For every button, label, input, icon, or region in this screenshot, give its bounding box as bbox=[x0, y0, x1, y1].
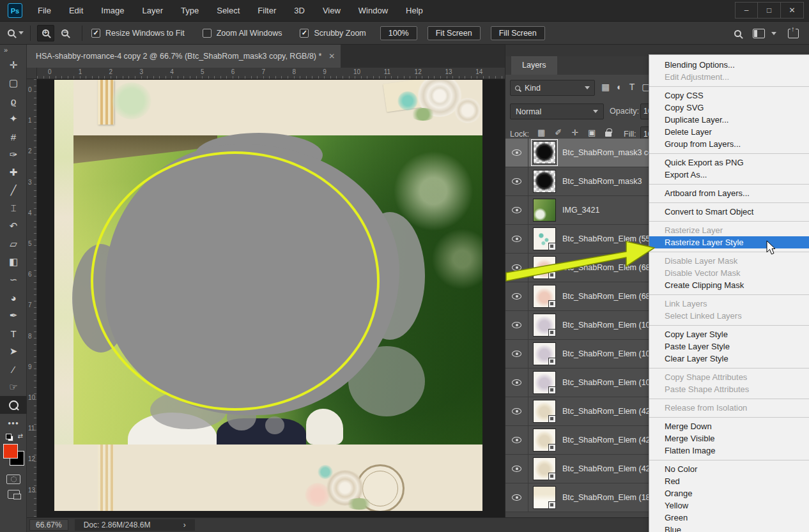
context-menu-item-duplicate-layer[interactable]: Duplicate Layer... bbox=[649, 114, 809, 126]
layer-thumbnail[interactable] bbox=[528, 400, 556, 423]
foreground-background-swatches[interactable] bbox=[0, 442, 27, 471]
brush-tool[interactable]: ╱ bbox=[0, 181, 27, 199]
layer-visibility-toggle[interactable] bbox=[505, 167, 528, 196]
document-size-info[interactable]: Doc: 2.86M/248.6M › bbox=[75, 519, 195, 531]
paint-bucket-tool[interactable]: ◧ bbox=[0, 253, 27, 271]
chevron-down-icon[interactable] bbox=[19, 31, 24, 34]
context-menu-item-paste-layer-style[interactable]: Paste Layer Style bbox=[649, 340, 809, 353]
lock-position-icon[interactable]: ✛ bbox=[571, 128, 578, 137]
rectangular-marquee-tool[interactable]: ▢ bbox=[0, 74, 27, 92]
maximize-button[interactable]: □ bbox=[758, 2, 781, 19]
canvas-pasteboard[interactable] bbox=[37, 79, 505, 517]
zoom-level-field[interactable]: 66.67% bbox=[29, 519, 68, 531]
context-menu-item-red[interactable]: Red bbox=[649, 475, 809, 487]
layer-thumbnail[interactable] bbox=[528, 371, 556, 394]
menubar-item-type[interactable]: Type bbox=[172, 0, 208, 21]
context-menu-item-copy-svg[interactable]: Copy SVG bbox=[649, 102, 809, 114]
move-tool[interactable]: ✛ bbox=[0, 56, 27, 74]
menubar-item-3d[interactable]: 3D bbox=[285, 0, 314, 21]
context-menu-item-rasterize-layer-style[interactable]: Rasterize Layer Style bbox=[649, 236, 809, 248]
context-menu-item-merge-visible[interactable]: Merge Visible bbox=[649, 432, 809, 445]
lock-paint-icon[interactable]: ✐ bbox=[555, 128, 562, 137]
layer-thumbnail[interactable] bbox=[528, 285, 556, 308]
checkbox-icon[interactable] bbox=[300, 29, 309, 38]
layer-visibility-toggle[interactable] bbox=[505, 369, 528, 397]
search-icon[interactable] bbox=[734, 30, 741, 37]
hand-tool[interactable]: ☞ bbox=[0, 378, 27, 396]
menubar-item-edit[interactable]: Edit bbox=[60, 0, 92, 21]
context-menu-item-artboard-from-layers[interactable]: Artboard from Layers... bbox=[649, 187, 809, 199]
menubar-item-layer[interactable]: Layer bbox=[134, 0, 173, 21]
option-button-100[interactable]: 100% bbox=[380, 26, 417, 40]
zoom-out-button[interactable] bbox=[56, 25, 73, 42]
layer-visibility-toggle[interactable] bbox=[505, 225, 528, 254]
layer-thumbnail[interactable] bbox=[528, 256, 556, 279]
layer-visibility-toggle[interactable] bbox=[505, 483, 528, 512]
line-tool[interactable]: ∕ bbox=[0, 360, 27, 378]
path-selection-tool[interactable]: ➤ bbox=[0, 342, 27, 360]
spot-healing-brush-tool[interactable]: ✚ bbox=[0, 163, 27, 181]
horizontal-ruler[interactable]: 01234567891011121314 bbox=[37, 68, 505, 79]
option-button-fill-screen[interactable]: Fill Screen bbox=[491, 26, 545, 40]
context-menu-item-orange[interactable]: Orange bbox=[649, 487, 809, 499]
pen-tool[interactable]: ✒ bbox=[0, 307, 27, 324]
lock-artboard-icon[interactable]: ▣ bbox=[588, 128, 596, 137]
context-menu-item-merge-down[interactable]: Merge Down bbox=[649, 420, 809, 432]
document-tab[interactable]: HSA-shabby-romance-4 copy 2 @ 66.7% (Btc… bbox=[27, 45, 341, 68]
zoom-tool[interactable] bbox=[0, 396, 27, 414]
layer-thumbnail[interactable] bbox=[528, 342, 556, 365]
menubar-item-help[interactable]: Help bbox=[397, 0, 432, 21]
menubar-item-file[interactable]: File bbox=[29, 0, 60, 21]
layer-thumbnail[interactable] bbox=[528, 170, 556, 193]
layer-visibility-toggle[interactable] bbox=[505, 397, 528, 426]
context-menu-item-group-from-layers[interactable]: Group from Layers... bbox=[649, 138, 809, 150]
context-menu-item-blue[interactable]: Blue bbox=[649, 524, 809, 532]
lock-all-icon[interactable] bbox=[605, 132, 612, 137]
context-menu-item-blending-options[interactable]: Blending Options... bbox=[649, 59, 809, 71]
layer-visibility-toggle[interactable] bbox=[505, 426, 528, 455]
layer-visibility-toggle[interactable] bbox=[505, 282, 528, 311]
context-menu-item-delete-layer[interactable]: Delete Layer bbox=[649, 126, 809, 138]
vertical-ruler[interactable]: 012345678910111213 bbox=[27, 79, 37, 517]
eyedropper-tool[interactable]: ✑ bbox=[0, 146, 27, 163]
dodge-tool[interactable]: ◕ bbox=[0, 289, 27, 307]
layer-visibility-toggle[interactable] bbox=[505, 340, 528, 369]
layer-thumbnail[interactable] bbox=[528, 199, 556, 222]
layer-visibility-toggle[interactable] bbox=[505, 254, 528, 282]
zoom-tool-icon[interactable] bbox=[8, 29, 15, 36]
layer-visibility-toggle[interactable] bbox=[505, 139, 528, 167]
context-menu-item-yellow[interactable]: Yellow bbox=[649, 499, 809, 512]
workspace-switcher[interactable] bbox=[753, 29, 776, 38]
layer-thumbnail[interactable] bbox=[528, 457, 556, 480]
menubar-item-view[interactable]: View bbox=[314, 0, 350, 21]
menubar-item-image[interactable]: Image bbox=[92, 0, 133, 21]
filter-adjustment-layers-icon[interactable]: ◐ bbox=[617, 82, 622, 92]
context-menu-item-create-clipping-mask[interactable]: Create Clipping Mask bbox=[649, 279, 809, 291]
context-menu-item-convert-to-smart-object[interactable]: Convert to Smart Object bbox=[649, 206, 809, 218]
context-menu-item-green[interactable]: Green bbox=[649, 512, 809, 524]
menubar-item-select[interactable]: Select bbox=[208, 0, 249, 21]
close-button[interactable]: ✕ bbox=[781, 2, 804, 19]
minimize-button[interactable]: – bbox=[735, 2, 758, 19]
option-checkbox-zoom-all-windows[interactable]: Zoom All Windows bbox=[203, 29, 282, 38]
context-menu-item-copy-css[interactable]: Copy CSS bbox=[649, 89, 809, 102]
document-canvas[interactable] bbox=[54, 80, 482, 511]
menubar-item-window[interactable]: Window bbox=[350, 0, 397, 21]
default-swap-colors-icon[interactable] bbox=[0, 432, 27, 442]
layers-panel-tab[interactable]: Layers bbox=[511, 56, 557, 75]
zoom-in-button[interactable] bbox=[37, 25, 54, 42]
lock-transparency-icon[interactable]: ▦ bbox=[537, 128, 545, 137]
filter-type-layers-icon[interactable]: T bbox=[629, 82, 635, 92]
layer-visibility-toggle[interactable] bbox=[505, 455, 528, 483]
checkbox-icon[interactable] bbox=[91, 29, 100, 38]
clone-stamp-tool[interactable]: ⌶ bbox=[0, 199, 27, 217]
context-menu-item-copy-layer-style[interactable]: Copy Layer Style bbox=[649, 328, 809, 340]
option-checkbox-scrubby-zoom[interactable]: Scrubby Zoom bbox=[300, 29, 366, 38]
screen-mode-icon[interactable] bbox=[0, 487, 27, 502]
context-menu-item-export-as[interactable]: Export As... bbox=[649, 169, 809, 181]
layer-thumbnail[interactable] bbox=[528, 227, 556, 250]
layer-thumbnail[interactable] bbox=[528, 486, 556, 509]
context-menu-item-quick-export-as-png[interactable]: Quick Export as PNG bbox=[649, 156, 809, 169]
tab-close-icon[interactable]: ✕ bbox=[328, 45, 335, 68]
share-icon[interactable] bbox=[788, 29, 799, 38]
